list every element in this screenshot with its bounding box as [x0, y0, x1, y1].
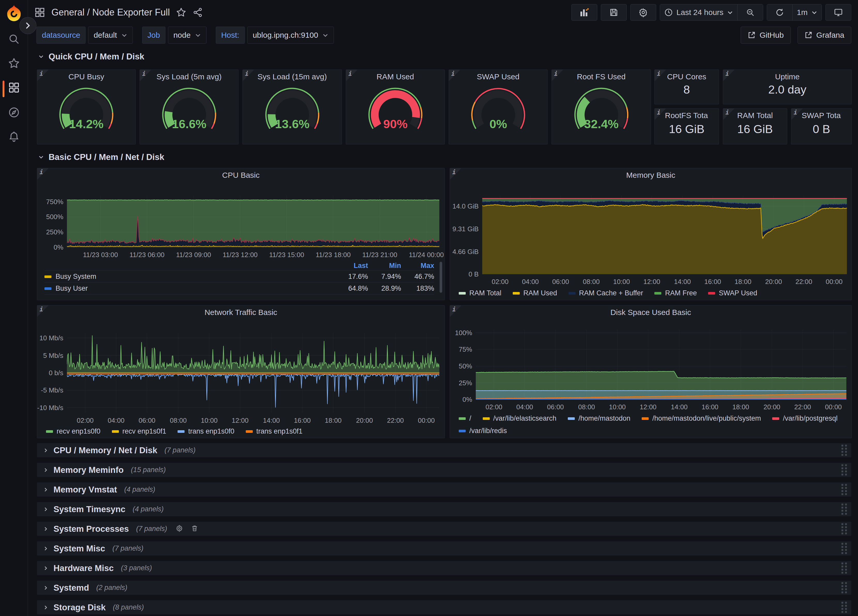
legend-item[interactable]: /var/lib/postgresql: [772, 414, 838, 422]
search-icon[interactable]: [8, 33, 20, 45]
legend-item[interactable]: RAM Free: [654, 289, 697, 297]
legend-item[interactable]: SWAP Used: [708, 289, 757, 297]
row-drag-handle[interactable]: [841, 601, 848, 614]
memory-basic-chart[interactable]: 0 B 4.66 GiB 9.31 GiB 14.0 GiB02:0004:00…: [450, 183, 852, 286]
panel-title[interactable]: Network Traffic Basic: [48, 308, 434, 317]
panel-info-icon[interactable]: i: [723, 109, 734, 120]
legend-item[interactable]: /var/lib/elasticsearch: [483, 414, 556, 422]
dashboard-settings-button[interactable]: [630, 4, 656, 21]
network-traffic-chart[interactable]: -10 Mb/s -5 Mb/s 0 b/s 5 Mb/s 10 Mb/s02:…: [37, 320, 445, 423]
refresh-interval-picker[interactable]: 1m: [792, 5, 822, 20]
legend-row[interactable]: Busy System17.6%7.94%46.7%: [44, 270, 434, 282]
legend-item[interactable]: /home/mastodon/live/public/system: [642, 414, 761, 422]
panel-info-icon[interactable]: i: [242, 70, 254, 81]
legend-item[interactable]: recv enp1s0f1: [112, 427, 166, 435]
panel-title[interactable]: SWAP Total: [802, 111, 841, 120]
zoom-out-time-button[interactable]: [737, 5, 763, 20]
save-dashboard-button[interactable]: [601, 4, 627, 21]
legend-sort-last[interactable]: Last: [335, 262, 368, 270]
variable-value-dropdown[interactable]: default: [88, 26, 132, 43]
grafana-logo-icon[interactable]: [6, 5, 22, 21]
panel-title[interactable]: RootFS Total: [665, 111, 708, 120]
kiosk-mode-button[interactable]: [825, 4, 851, 21]
row-header-basic-cpu-mem-net-disk[interactable]: Basic CPU / Mem / Net / Disk: [38, 152, 164, 162]
legend-item[interactable]: /var/lib/redis: [459, 427, 507, 435]
legend-row[interactable]: Busy User64.8%28.9%183%: [44, 282, 434, 294]
legend-sort-min[interactable]: Min: [368, 262, 401, 270]
dashboard-row-system-timesync[interactable]: System Timesync (4 panels): [37, 502, 851, 516]
row-settings-icon[interactable]: [176, 524, 183, 533]
disk-space-chart[interactable]: 0% 25% 50% 75% 100%02:0004:0006:0008:001…: [450, 320, 852, 409]
panel-info-icon[interactable]: i: [140, 70, 151, 81]
grafana-link-button[interactable]: Grafana: [797, 26, 851, 43]
refresh-button[interactable]: [767, 5, 792, 20]
star-dashboard-icon[interactable]: [176, 7, 187, 17]
row-drag-handle[interactable]: [841, 483, 848, 496]
panel-info-icon[interactable]: i: [723, 70, 734, 81]
panel-title[interactable]: CPU Busy: [48, 72, 125, 81]
row-drag-handle[interactable]: [841, 503, 848, 516]
panel-info-icon[interactable]: i: [37, 306, 48, 317]
alerting-nav-icon[interactable]: [8, 131, 20, 143]
panel-info-icon[interactable]: i: [791, 109, 803, 120]
share-icon[interactable]: [193, 7, 203, 17]
panel-info-icon[interactable]: i: [552, 70, 563, 81]
legend-item[interactable]: RAM Cache + Buffer: [569, 289, 643, 297]
variable-value-dropdown[interactable]: ublog.ipng.ch:9100: [247, 26, 334, 43]
dashboard-row-systemd[interactable]: Systemd (2 panels): [37, 580, 851, 595]
panel-info-icon[interactable]: i: [37, 168, 48, 180]
dashboards-nav-icon[interactable]: [8, 82, 20, 93]
panel-info-icon[interactable]: i: [654, 109, 666, 120]
row-drag-handle[interactable]: [841, 464, 848, 476]
dashboard-row-system-misc[interactable]: System Misc (7 panels): [37, 542, 851, 555]
panel-info-icon[interactable]: i: [346, 70, 358, 81]
panel-title[interactable]: RAM Total: [734, 111, 777, 120]
legend-item[interactable]: trans enp1s0f1: [246, 427, 303, 435]
legend-sort-max[interactable]: Max: [401, 262, 434, 270]
row-drag-handle[interactable]: [841, 562, 848, 575]
panel-title[interactable]: Root FS Used: [562, 72, 640, 81]
panel-info-icon[interactable]: i: [450, 168, 461, 180]
row-drag-handle[interactable]: [841, 542, 848, 555]
panel-info-icon[interactable]: i: [654, 70, 666, 81]
panel-title[interactable]: Uptime: [734, 72, 841, 81]
legend-item[interactable]: trans enp1s0f0: [177, 427, 235, 435]
legend-item[interactable]: /: [459, 414, 471, 422]
sidebar-expand-button[interactable]: [19, 17, 36, 34]
panel-title[interactable]: Memory Basic: [460, 171, 841, 180]
dashboard-row-system-processes[interactable]: System Processes (7 panels): [37, 522, 851, 536]
panel-info-icon[interactable]: i: [450, 306, 461, 317]
row-delete-icon[interactable]: [191, 525, 198, 533]
legend-item[interactable]: recv enp1s0f0: [46, 427, 101, 435]
row-drag-handle[interactable]: [841, 444, 848, 457]
panel-title[interactable]: Disk Space Used Basic: [460, 308, 841, 317]
add-panel-button[interactable]: [571, 4, 597, 21]
panel-info-icon[interactable]: i: [449, 70, 460, 81]
panel-title[interactable]: Sys Load (5m avg): [150, 72, 228, 81]
row-header-quick-cpu-mem-disk[interactable]: Quick CPU / Mem / Disk: [38, 52, 144, 62]
breadcrumb[interactable]: General / Node Exporter Full: [51, 7, 170, 18]
legend-item[interactable]: RAM Total: [459, 289, 501, 297]
legend-scrollbar[interactable]: [440, 262, 442, 293]
panel-title[interactable]: SWAP Used: [459, 72, 537, 81]
starred-nav-icon[interactable]: [8, 57, 20, 69]
dashboard-row-hardware-misc[interactable]: Hardware Misc (3 panels): [37, 561, 851, 575]
time-range-picker[interactable]: Last 24 hours: [660, 5, 738, 20]
cpu-basic-chart[interactable]: 0% 250% 500% 750%11/23 03:0011/23 06:001…: [37, 183, 445, 261]
dashboard-row-cpu-memory-net-disk[interactable]: CPU / Memory / Net / Disk (7 panels): [37, 443, 851, 457]
variable-value-dropdown[interactable]: node: [168, 26, 207, 43]
dashboard-row-memory-vmstat[interactable]: Memory Vmstat (4 panels): [37, 483, 851, 497]
explore-nav-icon[interactable]: [8, 107, 20, 118]
panel-title[interactable]: Sys Load (15m avg): [253, 72, 331, 81]
legend-item[interactable]: /home/mastodon: [568, 414, 630, 422]
panel-title[interactable]: RAM Used: [356, 72, 434, 81]
panel-title[interactable]: CPU Cores: [665, 72, 708, 81]
panel-title[interactable]: CPU Basic: [48, 171, 434, 180]
row-drag-handle[interactable]: [841, 523, 848, 535]
dashboard-row-storage-disk[interactable]: Storage Disk (8 panels): [37, 600, 851, 614]
panel-info-icon[interactable]: i: [37, 70, 48, 81]
github-link-button[interactable]: GitHub: [741, 26, 791, 43]
dashboard-row-memory-meminfo[interactable]: Memory Meminfo (15 panels): [37, 463, 851, 477]
legend-item[interactable]: RAM Used: [513, 289, 557, 297]
row-drag-handle[interactable]: [841, 581, 848, 594]
